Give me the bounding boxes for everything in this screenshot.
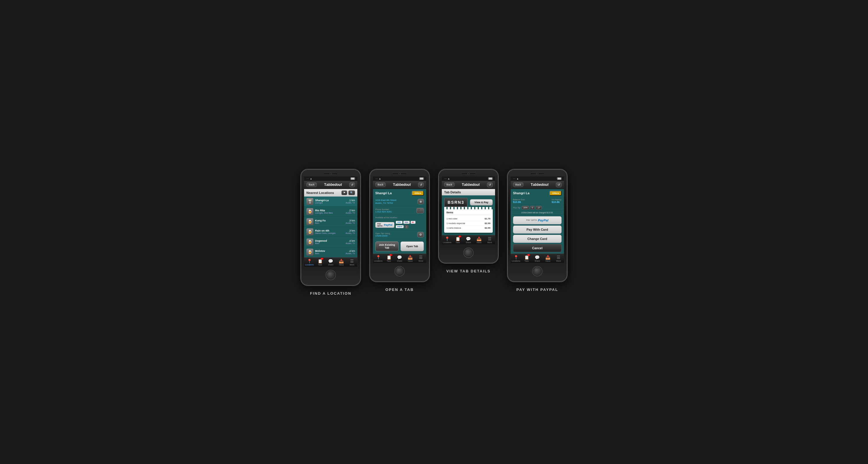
nav-title-2: Tabbedout xyxy=(386,183,418,187)
offers-button-4[interactable]: Offers xyxy=(550,191,562,196)
paypal-available-btn[interactable]: PAY WITH PayPal xyxy=(375,222,394,228)
location-name-5: Dogwood xyxy=(315,239,346,242)
info-button[interactable]: i xyxy=(404,225,408,229)
card-settings-button[interactable]: ⚙ xyxy=(417,232,424,237)
inbox-label-2: Inbox xyxy=(408,260,412,262)
receipt-item-name-1: 1 red coke xyxy=(446,218,457,220)
phone-screen-1: ···· ▲ Back Tabbedout ↺ xyxy=(304,176,358,267)
signal-text-1: ···· xyxy=(306,177,309,180)
tab-inbox-2[interactable]: 📥 Inbox xyxy=(405,254,415,263)
home-button-3[interactable] xyxy=(463,248,474,258)
offers-button-2[interactable]: Offers xyxy=(412,191,424,196)
location-item-dogwood[interactable]: 🍺 Dogwood Bars .4 km Austin, TX xyxy=(304,237,357,247)
caption-3: VIEW TAB DETAILS xyxy=(446,269,491,273)
venue-details-2: 1016 East 6th Street Austin, TX 78702 ⊕ … xyxy=(373,197,426,239)
tab-code: BSRN3 xyxy=(444,198,468,207)
share-label-4: Share xyxy=(535,260,540,262)
tab-tabs-1[interactable]: 📋2 Tabs xyxy=(315,258,326,267)
tab-tabs-3[interactable]: 📋2 Tabs xyxy=(453,235,463,244)
tabs-icon-2: 📋2 xyxy=(386,255,392,260)
receipt-item-name-3: 1 carta blanca xyxy=(446,227,461,229)
refresh-button-1[interactable]: ↺ xyxy=(349,182,355,187)
tab-share-2[interactable]: 💬 Share xyxy=(394,254,405,263)
status-bar-3: ···· ▲ xyxy=(442,177,495,181)
location-item-rio-rita[interactable]: 🍺 Rio Rita Lounges, Dive Bars .2 km Aust… xyxy=(304,207,357,217)
nav-title-3: Tabbedout xyxy=(455,183,487,187)
tab-tabs-2[interactable]: 📋2 Tabs xyxy=(384,254,394,263)
more-label-4: More xyxy=(556,260,561,262)
location-item-shangri-la[interactable]: 🍸 Shangri-La Lounges .1 km Austin, TX xyxy=(304,197,357,207)
signal-text-2: ···· xyxy=(375,177,378,180)
location-item-molotov[interactable]: 🍺 Molotov Bars .4 km Austin, TX xyxy=(304,247,357,257)
home-button-4[interactable] xyxy=(532,266,542,277)
paypal-pay-button[interactable]: PAY WITH PayPal xyxy=(513,216,562,224)
phone-top-4 xyxy=(510,173,565,175)
tab-locations-4[interactable]: 📍 Locations xyxy=(511,254,521,263)
tab-inbox-4[interactable]: 📥 Inbox xyxy=(542,254,553,263)
tab-locations-3[interactable]: 📍 Locations xyxy=(442,235,453,244)
tab-share-4[interactable]: 💬 Share xyxy=(532,254,543,263)
location-icon-4: 🍺 xyxy=(306,228,313,235)
tab-locations-1[interactable]: 📍 Locations xyxy=(304,258,315,267)
receipt-item-3: 1 carta blanca $2.99 xyxy=(446,226,490,230)
location-item-kung-fu[interactable]: 🍺 Kung Fu Bars .3 km Austin, TX xyxy=(304,217,357,227)
home-button-1[interactable] xyxy=(326,270,336,280)
pay-with-card-button[interactable]: Pay With Card xyxy=(513,226,562,234)
view-pay-button[interactable]: View & Pay xyxy=(470,199,493,205)
location-icon-2: 🍺 xyxy=(306,208,313,215)
battery-1 xyxy=(350,177,355,180)
tip-0-button[interactable]: 0 xyxy=(530,206,535,209)
balance-due-value: $10.86 xyxy=(513,201,525,203)
locations-label-1: Locations xyxy=(305,264,314,266)
tab-share-3[interactable]: 💬 Share xyxy=(463,235,474,244)
location-city-2: Austin, TX xyxy=(346,212,355,214)
refresh-button-2[interactable]: ↺ xyxy=(418,182,424,187)
back-button-1[interactable]: Back xyxy=(306,182,317,187)
back-button-2[interactable]: Back xyxy=(375,182,386,187)
back-button-4[interactable]: Back xyxy=(513,182,523,187)
refresh-button-3[interactable]: ↺ xyxy=(487,182,493,187)
locations-label-2: Locations xyxy=(374,260,382,262)
pay-venue-header: Shangri La Offers xyxy=(511,189,564,197)
caption-2: OPEN A TAB xyxy=(385,287,414,292)
tab-locations-2[interactable]: 📍 Locations xyxy=(373,254,384,263)
wifi-icon-1: ▲ xyxy=(310,177,312,180)
cancel-button[interactable]: Cancel xyxy=(513,244,562,252)
wifi-icon-4: ▲ xyxy=(517,177,519,180)
tab-more-1[interactable]: ☰ More xyxy=(347,258,357,267)
join-existing-tab-button[interactable]: Join Existing Tab xyxy=(375,241,399,251)
map-button[interactable]: ⊕ xyxy=(417,199,424,204)
tab-details-title: Tab Details xyxy=(444,191,493,194)
tip-custom-button[interactable]: .17 xyxy=(535,206,542,209)
home-button-2[interactable] xyxy=(394,266,405,277)
locations-label-4: Locations xyxy=(512,260,520,262)
location-name-2: Rio Rita xyxy=(315,209,346,212)
location-item-rain[interactable]: 🍺 Rain on 4th Dance Clubs, Lounges .3 km… xyxy=(304,227,357,237)
search-button[interactable]: 🔍 xyxy=(348,191,355,195)
tab-share-1[interactable]: 💬 Share xyxy=(326,258,336,267)
tabs-label-2: Tabs xyxy=(387,260,391,262)
refresh-button-4[interactable]: ↺ xyxy=(556,182,562,187)
amex-logo: AMEX xyxy=(396,221,402,224)
phone-top-1 xyxy=(303,173,358,175)
venue-header-2: Shangri La Offers xyxy=(373,189,426,197)
filter-button[interactable]: ⚑ xyxy=(341,191,347,195)
phone-1: ···· ▲ Back Tabbedout ↺ xyxy=(300,169,361,286)
payment-row: Available at this location: PAY WITH Pay… xyxy=(375,215,424,230)
action-buttons-2: Join Existing Tab Open Tab xyxy=(373,239,426,254)
tab-more-2[interactable]: ☰ More xyxy=(415,254,426,263)
phone-section-4: ···· ▲ Back Tabbedout ↺ xyxy=(507,169,568,292)
call-button[interactable]: 📞 xyxy=(416,208,424,213)
change-card-button[interactable]: Change Card xyxy=(513,235,562,243)
tip-20-button[interactable]: 20% xyxy=(522,206,529,209)
venue-address-1: 1016 East 6th Street xyxy=(375,199,396,202)
tab-more-4[interactable]: ☰ More xyxy=(553,254,564,263)
tab-tabs-4[interactable]: 📋2 Tabs xyxy=(521,254,532,263)
tab-more-3[interactable]: ☰ More xyxy=(484,235,495,244)
tab-inbox-3[interactable]: 📥 Inbox xyxy=(474,235,484,244)
back-button-3[interactable]: Back xyxy=(444,182,455,187)
pay-venue-name: Shangri La xyxy=(513,191,529,195)
tab-inbox-1[interactable]: 📥 Inbox xyxy=(336,258,347,267)
card-logos: AMEX VISA MC DINERS i xyxy=(396,221,424,229)
open-tab-button[interactable]: Open Tab xyxy=(400,241,424,251)
